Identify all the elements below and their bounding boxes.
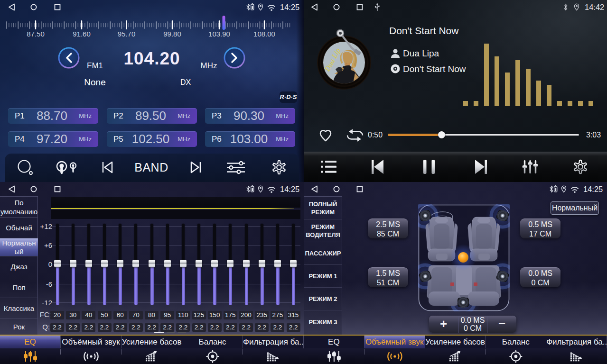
svg-text:87.50: 87.50 [27, 30, 45, 38]
svg-text:14:25: 14:25 [280, 3, 299, 11]
svg-text:95.70: 95.70 [118, 30, 136, 38]
svg-text:99.80: 99.80 [163, 30, 181, 38]
svg-text:14:25: 14:25 [280, 185, 299, 193]
svg-text:91.60: 91.60 [73, 30, 91, 38]
svg-text:BAND: BAND [134, 161, 168, 174]
svg-text:108.00: 108.00 [253, 30, 275, 38]
svg-text:103.90: 103.90 [208, 30, 230, 38]
